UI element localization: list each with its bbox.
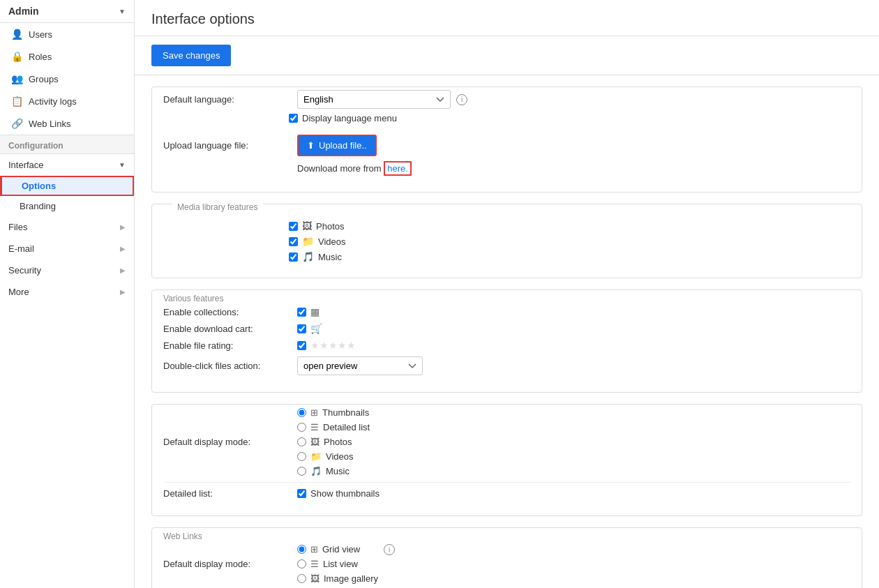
music-label[interactable]: Music — [318, 252, 342, 262]
groups-icon: 👥 — [11, 73, 23, 84]
dm-photos-label[interactable]: Photos — [324, 437, 352, 447]
upload-language-row: Upload language file: ⬆ Upload file.. — [163, 135, 850, 156]
photos-checkbox[interactable] — [289, 222, 298, 231]
videos-label[interactable]: Videos — [318, 236, 346, 247]
music-icon: 🎵 — [302, 251, 314, 262]
download-here-link[interactable]: here. — [384, 161, 412, 176]
radio-detailed-list: ☰ Detailed list — [297, 422, 370, 432]
download-cart-row: Enable download cart: 🛒 — [163, 323, 850, 334]
sidebar-item-branding[interactable]: Branding — [0, 196, 134, 216]
email-group-label: E-mail — [8, 243, 34, 254]
dm-photos-radio[interactable] — [297, 437, 306, 446]
videos-icon: 📁 — [302, 236, 314, 247]
collections-checkbox[interactable] — [297, 308, 306, 317]
show-thumbnails-label[interactable]: Show thumbnails — [310, 488, 380, 499]
divider — [163, 482, 850, 483]
sidebar-group-security[interactable]: Security ▶ — [0, 259, 134, 281]
sidebar-nav-web-links[interactable]: 🔗 Web Links — [0, 112, 134, 135]
sidebar-nav-roles[interactable]: 🔒 Roles — [0, 45, 134, 68]
thumbnails-radio[interactable] — [297, 408, 306, 417]
file-rating-checkbox[interactable] — [297, 341, 306, 350]
activity-logs-icon: 📋 — [11, 96, 23, 107]
image-gallery-radio[interactable] — [297, 574, 306, 583]
thumbnails-label[interactable]: Thumbnails — [322, 407, 369, 418]
sidebar-nav-activity-logs[interactable]: 📋 Activity logs — [0, 90, 134, 112]
page-header: Interface options — [135, 0, 879, 36]
grid-view-label[interactable]: Grid view — [322, 544, 360, 555]
media-music-row: 🎵 Music — [289, 251, 850, 262]
sidebar: Admin ▼ 👤 Users 🔒 Roles 👥 Groups 📋 Activ… — [0, 0, 135, 588]
download-cart-checkbox[interactable] — [297, 324, 306, 333]
image-gallery-label[interactable]: Image gallery — [324, 573, 378, 584]
default-language-control: English i — [297, 90, 467, 109]
sidebar-item-options[interactable]: Options — [0, 176, 134, 196]
grid-view-radio[interactable] — [297, 545, 306, 554]
media-photos-row: 🖼 Photos — [289, 220, 850, 232]
detailed-list-label[interactable]: Detailed list — [323, 422, 370, 432]
content-area: Default language: English i Display lang… — [135, 75, 879, 588]
media-videos-row: 📁 Videos — [289, 236, 850, 247]
dm-music-radio[interactable] — [297, 467, 306, 476]
radio-thumbnails: ⊞ Thumbnails — [297, 407, 370, 418]
web-links-display-row: Default display mode: ⊞ Grid view ☰ — [163, 544, 850, 584]
sidebar-group-interface[interactable]: Interface ▼ — [0, 154, 134, 176]
save-button[interactable]: Save changes — [151, 45, 231, 66]
more-group-label: More — [8, 287, 29, 297]
roles-icon: 🔒 — [11, 51, 23, 62]
interface-group-label: Interface — [8, 160, 44, 170]
display-menu-label[interactable]: Display language menu — [302, 113, 397, 123]
sidebar-label-roles: Roles — [29, 52, 52, 62]
various-features-title: Various features — [163, 294, 224, 303]
collections-control: ▦ — [297, 306, 320, 317]
radio-music: 🎵 Music — [297, 466, 370, 476]
detailed-list-radio[interactable] — [297, 423, 306, 432]
dm-videos-radio[interactable] — [297, 452, 306, 461]
star-rating: ★★★★★ — [310, 340, 356, 351]
upload-language-label: Upload language file: — [163, 140, 289, 151]
web-links-icon: 🔗 — [11, 118, 23, 129]
videos-checkbox[interactable] — [289, 237, 298, 246]
sidebar-group-more[interactable]: More ▶ — [0, 281, 134, 303]
language-dropdown[interactable]: English — [297, 90, 451, 109]
options-label: Options — [22, 181, 56, 191]
sidebar-group-email[interactable]: E-mail ▶ — [0, 238, 134, 259]
double-click-control: open preview open file download — [297, 356, 423, 375]
list-view-label[interactable]: List view — [323, 559, 358, 569]
music-checkbox[interactable] — [289, 252, 298, 262]
sidebar-group-files[interactable]: Files ▶ — [0, 216, 134, 238]
show-thumbnails-checkbox[interactable] — [297, 489, 306, 498]
media-library-items: 🖼 Photos 📁 Videos 🎵 Music — [289, 220, 850, 262]
download-more-row: Download more from here. — [297, 160, 850, 174]
email-chevron-icon: ▶ — [120, 245, 126, 252]
admin-header[interactable]: Admin ▼ — [0, 0, 134, 23]
upload-button-label: Upload file.. — [319, 140, 367, 151]
admin-chevron-icon: ▼ — [119, 8, 126, 15]
photos-icon: 🖼 — [302, 220, 312, 232]
dm-photos-icon: 🖼 — [310, 437, 320, 447]
photos-label[interactable]: Photos — [316, 221, 344, 232]
double-click-dropdown[interactable]: open preview open file download — [297, 356, 423, 375]
download-cart-label: Enable download cart: — [163, 324, 289, 334]
sidebar-label-groups: Groups — [29, 74, 59, 84]
web-links-info-icon[interactable]: i — [384, 544, 395, 555]
detailed-list-section-label: Detailed list: — [163, 488, 289, 499]
list-view-radio[interactable] — [297, 559, 306, 568]
various-features-inner: Various features Enable collections: ▦ E… — [152, 290, 862, 392]
language-info-icon[interactable]: i — [456, 94, 467, 105]
sidebar-label-users: Users — [29, 29, 52, 40]
show-thumbnails-control: Show thumbnails — [297, 488, 380, 499]
file-rating-label: Enable file rating: — [163, 340, 289, 351]
display-menu-checkbox[interactable] — [289, 114, 298, 123]
cart-icon: 🛒 — [310, 323, 322, 334]
default-language-label: Default language: — [163, 94, 289, 105]
dm-videos-label[interactable]: Videos — [326, 451, 354, 462]
dm-music-label[interactable]: Music — [326, 466, 350, 476]
download-cart-control: 🛒 — [297, 323, 322, 334]
sidebar-nav-groups[interactable]: 👥 Groups — [0, 68, 134, 90]
upload-file-button[interactable]: ⬆ Upload file.. — [297, 135, 377, 156]
sidebar-nav-users[interactable]: 👤 Users — [0, 23, 134, 45]
display-menu-checkbox-row: Display language menu — [289, 113, 397, 123]
dm-music-icon: 🎵 — [310, 466, 322, 476]
display-mode-inner: Default display mode: ⊞ Thumbnails ☰ Det… — [152, 405, 862, 515]
download-more-text: Download more from here. — [297, 163, 412, 174]
